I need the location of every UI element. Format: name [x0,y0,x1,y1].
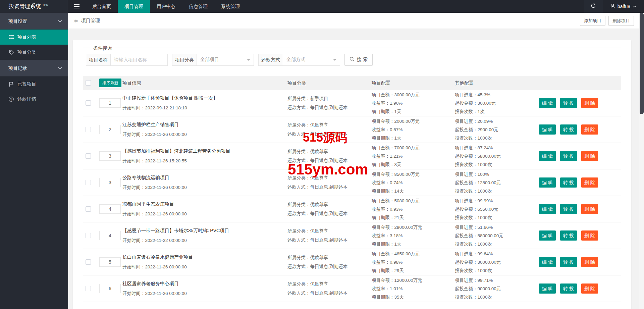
edit-button[interactable]: 编 辑 [539,204,556,214]
menu-collapse-icon[interactable] [68,0,86,13]
project-min-invest: 起投金额：6550.00元 [455,206,498,212]
delete-button[interactable]: 删 除 [581,204,598,214]
row-checkbox[interactable] [86,206,91,212]
row-checkbox[interactable] [86,180,91,185]
edit-button[interactable]: 编 辑 [539,151,556,161]
project-name-input[interactable] [111,54,168,66]
username: baifu8 [618,4,630,9]
row-order-input[interactable] [99,257,121,267]
project-category: 所属分类：优质尊享 [287,201,347,208]
project-start-time: 开始时间：2022-11-26 00:00:00 [122,132,187,138]
app-root: 投资管理系统 TP6 后台首页 项目管理 用户中心 信息管理 系统管理 baif… [0,0,644,309]
project-repay-method: 还款方式：每日返息,到期还本 [287,237,347,243]
scrollbar-thumb[interactable] [640,13,644,114]
edit-button[interactable]: 编 辑 [539,177,556,188]
breadcrumb-separator-icon: ≫ [73,18,78,23]
row-order-input[interactable] [99,284,121,293]
project-category-select[interactable]: 全部项目 [197,54,254,66]
nav-item-users[interactable]: 用户中心 [150,0,182,13]
row-checkbox[interactable] [86,286,91,291]
refresh-button[interactable] [584,0,603,13]
project-info-cell: 社区居家养老服务中心项目 开始时间：2022-11-26 00:00:00 [122,281,187,297]
repay-method-select[interactable]: 全部方式 [283,54,340,66]
sidebar-item-project-list[interactable]: 项目列表 [0,30,68,45]
delete-project-button[interactable]: 删除项目 [608,16,634,26]
row-order-input[interactable] [99,151,121,161]
row-actions: 编 辑 转 投 删 除 [539,284,598,294]
project-name-label: 项目名称 [86,54,111,66]
project-other-config-cell: 项目进度：45.3% 起投金额：300.00元 投资次数：1次 [455,92,496,115]
sidebar-group-project-settings[interactable]: 项目设置 [0,13,68,30]
project-title: 长白山麦饭石冷泉水健康产业项目 [122,254,193,260]
nav-item-info[interactable]: 信息管理 [182,0,214,13]
table-row: 【感恩节一带一路项目】卡塔尔35万吨/年 PVC项目 开始时间：2022-11-… [83,222,621,249]
project-other-config-cell: 项目进度：51.66% 起投金额：580000.00元 投资次数：1000次 [455,224,503,247]
search-button[interactable]: 搜 索 [344,54,373,66]
refresh-icon [591,3,596,10]
nav-item-projects[interactable]: 项目管理 [118,0,150,13]
row-checkbox[interactable] [86,259,91,265]
project-category-cell: 所属分类：优质尊享 还款方式：每日返息,到期还本 [287,228,347,243]
project-invest-count: 投资次数：1000次 [455,214,498,221]
project-invest-count: 投资次数：1000次 [455,161,501,168]
watermark-url: 515ym.com [288,161,368,178]
project-title: 公路专线物流运输项目 [122,175,187,181]
delete-button[interactable]: 删 除 [581,230,598,241]
project-start-time: 开始时间：2022-11-26 00:00:00 [122,291,187,297]
delete-button[interactable]: 删 除 [581,284,598,294]
row-actions: 编 辑 转 投 删 除 [539,98,598,108]
project-info-cell: 凉都山阿里生态农庄项目 开始时间：2022-11-26 00:00:00 [122,201,187,217]
reinvest-button[interactable]: 转 投 [560,230,577,241]
reinvest-button[interactable]: 转 投 [560,124,577,135]
edit-button[interactable]: 编 辑 [539,98,556,108]
sidebar-group-project-records[interactable]: 项目记录 [0,60,68,76]
delete-button[interactable]: 删 除 [581,257,598,267]
row-actions: 编 辑 转 投 删 除 [539,230,598,241]
sidebar-item-invested-projects[interactable]: 已投项目 [0,76,68,92]
search-button-label: 搜 索 [357,57,368,63]
delete-button[interactable]: 删 除 [581,151,598,161]
edit-button[interactable]: 编 辑 [539,284,556,294]
delete-button[interactable]: 删 除 [581,98,598,108]
sort-refresh-button[interactable]: 排序刷新 [99,79,121,87]
reinvest-button[interactable]: 转 投 [560,257,577,267]
nav-item-system[interactable]: 系统管理 [214,0,247,13]
selected-repay-method: 全部方式 [286,57,305,63]
project-amount: 项目金额：7000.00万元 [372,145,420,151]
dollar-icon: $ [8,96,14,102]
row-checkbox[interactable] [86,127,91,132]
delete-button[interactable]: 删 除 [581,124,598,135]
edit-button[interactable]: 编 辑 [539,257,556,267]
row-actions: 编 辑 转 投 删 除 [539,204,598,214]
delete-button[interactable]: 删 除 [581,177,598,188]
sidebar-item-repayment-details[interactable]: $ 还款详情 [0,92,68,107]
reinvest-button[interactable]: 转 投 [560,151,577,161]
row-checkbox[interactable] [86,233,91,238]
row-order-input[interactable] [99,178,121,187]
table-body: 中正建投新手体验项目【体验项目 限投一次】 开始时间：2022-09-12 21… [83,90,621,309]
project-invest-count: 投资次数：1000次 [455,188,501,194]
row-order-input[interactable] [99,231,121,240]
sidebar-item-label: 还款详情 [17,96,36,102]
row-checkbox[interactable] [86,153,91,159]
reinvest-button[interactable]: 转 投 [560,284,577,294]
nav-item-home[interactable]: 后台首页 [86,0,118,13]
project-info-cell: 中正建投新手体验项目【体验项目 限投一次】 开始时间：2022-09-12 21… [122,95,218,111]
reinvest-button[interactable]: 转 投 [560,98,577,108]
row-order-input[interactable] [99,98,121,108]
project-config-cell: 项目金额：5080.00万元 收益率：0.93% 项目期限：21天 [372,198,420,221]
row-checkbox[interactable] [86,100,91,106]
row-order-input[interactable] [99,204,121,214]
add-project-button[interactable]: 添加项目 [580,16,605,26]
reinvest-button[interactable]: 转 投 [560,204,577,214]
sidebar-item-project-category[interactable]: 项目分类 [0,45,68,60]
project-start-time: 开始时间：2022-11-22 00:00:00 [122,238,229,244]
project-rate: 收益率：1.21% [372,153,420,159]
project-repay-method: 还款方式：每日返息,到期还本 [287,263,347,270]
row-order-input[interactable] [99,125,121,134]
reinvest-button[interactable]: 转 投 [560,177,577,188]
select-all-checkbox[interactable] [86,80,91,86]
user-menu[interactable]: baifu8 [603,0,644,13]
edit-button[interactable]: 编 辑 [539,124,556,135]
edit-button[interactable]: 编 辑 [539,230,556,241]
